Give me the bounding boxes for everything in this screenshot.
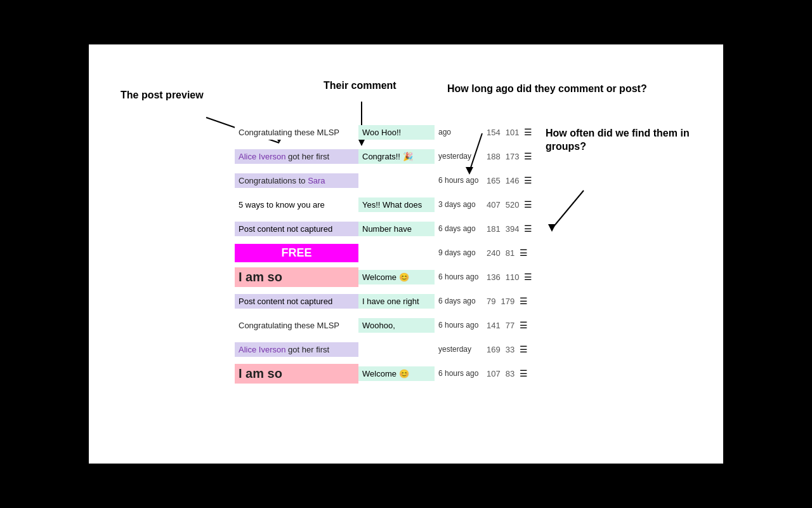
num2: 83 bbox=[506, 369, 514, 378]
num1: 165 bbox=[487, 176, 501, 185]
time-cell: 6 hours ago bbox=[435, 366, 485, 380]
num1: 169 bbox=[487, 345, 501, 354]
comment-cell bbox=[358, 250, 435, 255]
num1: 107 bbox=[487, 369, 501, 378]
comment-cell: Number have bbox=[358, 222, 435, 236]
time-cell: ago bbox=[435, 125, 485, 139]
post-cell: FREE bbox=[235, 244, 358, 262]
nums-cell: 136110☰ bbox=[485, 269, 549, 284]
table-row: I am soWelcome 😊6 hours ago10783☰ bbox=[235, 362, 641, 385]
table-row: FREE9 days ago24081☰ bbox=[235, 241, 641, 264]
list-icon[interactable]: ☰ bbox=[524, 224, 532, 234]
post-cell: Alice Iverson got her first bbox=[235, 149, 358, 164]
nums-cell: 188173☰ bbox=[485, 149, 549, 164]
num1: 407 bbox=[487, 200, 501, 210]
time-cell: 6 hours ago bbox=[435, 173, 485, 187]
nums-cell: 154101☰ bbox=[485, 124, 549, 140]
nums-cell: 165146☰ bbox=[485, 173, 549, 188]
list-icon[interactable]: ☰ bbox=[520, 296, 528, 306]
data-table: Congratulating these MLSPWoo Hoo!!ago154… bbox=[235, 121, 641, 386]
table-row: Congratulating these MLSPWoohoo,6 hours … bbox=[235, 314, 641, 337]
num1: 141 bbox=[487, 321, 501, 330]
comment-cell: Welcome 😊 bbox=[358, 366, 435, 381]
table-row: Alice Iverson got her firstCongrats!! 🎉y… bbox=[235, 145, 641, 168]
table-row: Congratulations to Sara6 hours ago165146… bbox=[235, 169, 641, 192]
time-cell: yesterday bbox=[435, 149, 485, 163]
post-cell: I am so bbox=[235, 364, 358, 384]
post-cell: I am so bbox=[235, 267, 358, 287]
time-cell: 6 hours ago bbox=[435, 270, 485, 284]
num2: 101 bbox=[506, 128, 520, 137]
time-cell: 6 hours ago bbox=[435, 318, 485, 332]
comment-cell bbox=[358, 347, 435, 352]
how-long-annotation: How long ago did they comment or post? bbox=[447, 83, 647, 96]
num1: 79 bbox=[487, 297, 495, 306]
table-row: Alice Iverson got her firstyesterday1693… bbox=[235, 338, 641, 361]
num2: 110 bbox=[506, 272, 520, 282]
table-row: 5 ways to know you areYes!! What does3 d… bbox=[235, 193, 641, 216]
num2: 77 bbox=[506, 321, 514, 330]
num2: 81 bbox=[506, 248, 514, 258]
main-container: The post preview Their comment How long … bbox=[89, 44, 723, 464]
nums-cell: 14177☰ bbox=[485, 318, 549, 333]
nums-cell: 407520☰ bbox=[485, 197, 549, 212]
post-cell: Congratulating these MLSP bbox=[235, 318, 358, 333]
post-cell: Congratulating these MLSP bbox=[235, 125, 358, 140]
nums-cell: 16933☰ bbox=[485, 342, 549, 357]
num1: 154 bbox=[487, 128, 501, 137]
nums-cell: 79179☰ bbox=[485, 293, 549, 309]
num2: 179 bbox=[501, 297, 514, 306]
comment-cell: Congrats!! 🎉 bbox=[358, 149, 435, 164]
table-row: Post content not capturedNumber have6 da… bbox=[235, 217, 641, 240]
time-cell: yesterday bbox=[435, 342, 485, 356]
num1: 136 bbox=[487, 272, 501, 282]
post-cell: 5 ways to know you are bbox=[235, 197, 358, 212]
post-cell: Congratulations to Sara bbox=[235, 173, 358, 188]
num1: 188 bbox=[487, 152, 501, 161]
nums-cell: 10783☰ bbox=[485, 366, 549, 381]
comment-cell: I have one right bbox=[358, 294, 435, 309]
comment-cell bbox=[358, 178, 435, 183]
nums-cell: 24081☰ bbox=[485, 245, 549, 260]
post-cell: Post content not captured bbox=[235, 222, 358, 236]
post-cell: Post content not captured bbox=[235, 294, 358, 309]
table-row: I am soWelcome 😊6 hours ago136110☰ bbox=[235, 265, 641, 288]
table-row: Congratulating these MLSPWoo Hoo!!ago154… bbox=[235, 121, 641, 144]
comment-cell: Welcome 😊 bbox=[358, 270, 435, 284]
comment-cell: Yes!! What does bbox=[358, 197, 435, 212]
num2: 33 bbox=[506, 345, 514, 354]
num2: 394 bbox=[506, 224, 520, 234]
table-row: Post content not capturedI have one righ… bbox=[235, 290, 641, 312]
list-icon[interactable]: ☰ bbox=[520, 320, 528, 330]
list-icon[interactable]: ☰ bbox=[520, 368, 528, 378]
post-cell: Alice Iverson got her first bbox=[235, 342, 358, 357]
num1: 240 bbox=[487, 248, 501, 258]
num2: 146 bbox=[506, 176, 520, 185]
time-cell: 6 days ago bbox=[435, 222, 485, 236]
list-icon[interactable]: ☰ bbox=[524, 199, 532, 210]
list-icon[interactable]: ☰ bbox=[524, 127, 532, 137]
list-icon[interactable]: ☰ bbox=[524, 151, 532, 161]
num2: 520 bbox=[506, 200, 520, 210]
time-cell: 6 days ago bbox=[435, 294, 485, 308]
list-icon[interactable]: ☰ bbox=[524, 175, 532, 185]
list-icon[interactable]: ☰ bbox=[524, 272, 532, 282]
num1: 181 bbox=[487, 224, 501, 234]
time-cell: 9 days ago bbox=[435, 246, 485, 260]
nums-cell: 181394☰ bbox=[485, 221, 549, 236]
post-preview-annotation: The post preview bbox=[121, 89, 204, 102]
list-icon[interactable]: ☰ bbox=[520, 248, 528, 258]
time-cell: 3 days ago bbox=[435, 197, 485, 211]
comment-cell: Woohoo, bbox=[358, 318, 435, 333]
list-icon[interactable]: ☰ bbox=[520, 344, 528, 354]
comment-cell: Woo Hoo!! bbox=[358, 125, 435, 140]
their-comment-annotation: Their comment bbox=[324, 79, 396, 93]
num2: 173 bbox=[506, 152, 520, 161]
